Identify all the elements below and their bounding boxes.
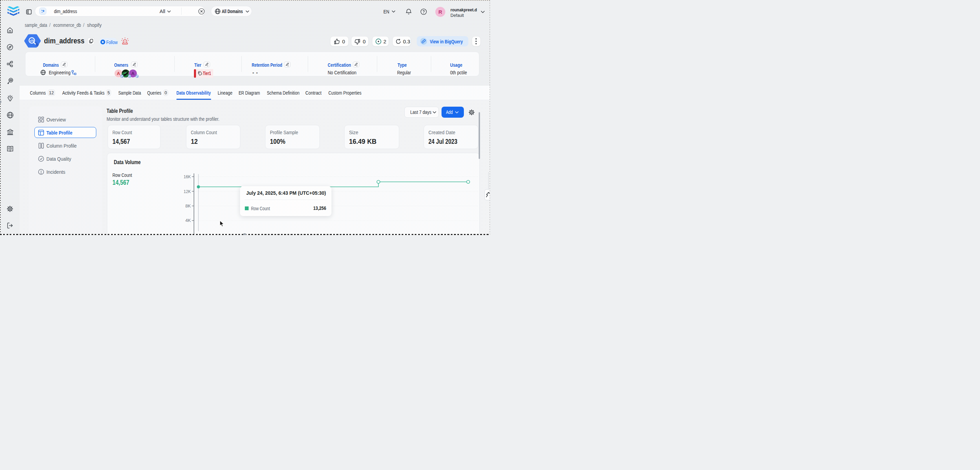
svg-text:4K: 4K [185, 218, 191, 223]
svg-text:8K: 8K [185, 203, 191, 209]
svg-text:12K: 12K [184, 189, 191, 194]
svg-text:16K: 16K [184, 174, 191, 179]
